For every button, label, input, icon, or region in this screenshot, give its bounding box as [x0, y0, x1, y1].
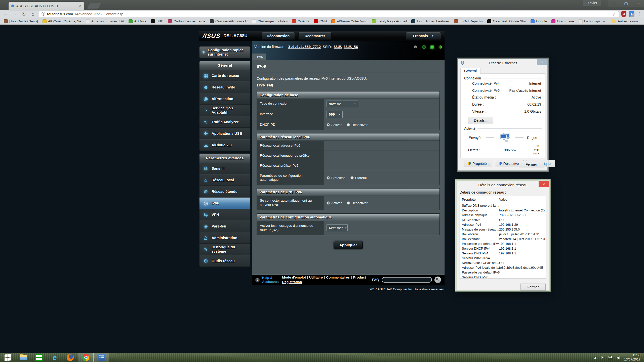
- faq-link[interactable]: IPv6 FAQ: [257, 83, 273, 87]
- bookmark-find-hidden-features[interactable]: Find Hidden Features: [410, 19, 451, 24]
- bookmarks-overflow-icon[interactable]: »: [600, 19, 608, 23]
- bookmark-casques-vr-com-l[interactable]: Casques-VR.com - L': [208, 19, 249, 24]
- forward-icon[interactable]: →: [12, 11, 18, 17]
- language-select[interactable]: Français ▼: [406, 32, 441, 40]
- dhcp-pd-enable-radio[interactable]: [327, 123, 330, 126]
- details-listbox[interactable]: Propriété Valeur Suffixe DNS propre à la…: [460, 196, 546, 279]
- ssid-5g-link[interactable]: ASUS_5G: [344, 45, 358, 49]
- quick-setup-button[interactable]: ✶ Configuration rapide sur Internet: [199, 46, 250, 58]
- sidebar-item-sans-fil[interactable]: ⋒Sans fil: [199, 163, 250, 174]
- footer-link-commentaires[interactable]: Commentaires: [326, 276, 350, 279]
- taskbar-file-explorer[interactable]: [16, 353, 31, 362]
- faq-search-input[interactable]: [382, 277, 432, 283]
- footer-link-mode-d-emploi[interactable]: Mode d'emploi: [282, 276, 306, 279]
- reload-icon[interactable]: ↻: [21, 11, 27, 17]
- url-bar[interactable]: ⓘ router.asus.com /Advanced_IPv6_Content…: [39, 11, 619, 17]
- firmware-version-link[interactable]: 3.0.0.4.380_7712: [288, 45, 321, 49]
- taskbar-clock[interactable]: 11:53 13/07/2017: [624, 353, 640, 362]
- taskbar-chrome[interactable]: [78, 353, 94, 362]
- help-assistance-label[interactable]: Help & Assistance: [262, 276, 280, 284]
- tab-general[interactable]: Général: [460, 68, 480, 74]
- taskbar-network-connections[interactable]: [94, 353, 109, 362]
- bookmark-cine-32[interactable]: Ciné 32: [290, 19, 311, 24]
- bookmark-asrock[interactable]: ASRock: [127, 19, 148, 24]
- window-minimize-button[interactable]: –: [608, 0, 620, 7]
- properties-button[interactable]: Propriétés: [464, 160, 492, 167]
- sidebar-item-service-qos-adaptatif[interactable]: ◔Service QoS Adaptatif: [199, 105, 250, 116]
- footer-link-utilitaire[interactable]: Utilitaire: [309, 276, 323, 279]
- autoconfig-stateful-radio[interactable]: [350, 176, 354, 179]
- close-button[interactable]: Fermer: [520, 284, 546, 291]
- tab-close-icon[interactable]: ×: [79, 4, 82, 8]
- clients-icon[interactable]: ▣: [430, 44, 435, 50]
- bookmark-la-boutique-jeannet[interactable]: La boutique Jeannet: [577, 19, 600, 24]
- network-tray-icon[interactable]: [608, 356, 613, 359]
- details-button[interactable]: Détails...: [468, 117, 493, 124]
- sidebar-item-historique-du-systeme[interactable]: ✎Historique du système: [199, 244, 250, 255]
- translate-extension-icon[interactable]: A: [629, 11, 634, 17]
- browser-tab[interactable]: ✱ ASUS DSL-AC68U Dual-B ×: [9, 2, 84, 10]
- sidebar-item-administration[interactable]: ♙Administration: [199, 232, 250, 244]
- bookmark-star-icon[interactable]: ☆: [613, 12, 616, 17]
- search-icon[interactable]: [434, 277, 441, 283]
- new-tab-button[interactable]: [87, 3, 101, 9]
- page-info-icon[interactable]: ⓘ: [42, 12, 45, 16]
- sidebar-item-carte-du-reseau[interactable]: ▦Carte du réseau: [199, 70, 250, 81]
- home-icon[interactable]: ⌂: [30, 11, 36, 17]
- volume-icon[interactable]: ◀): [617, 356, 620, 359]
- bookmark-cnn[interactable]: CNN: [312, 19, 329, 24]
- taskbar-windows-store[interactable]: [31, 353, 47, 362]
- ublock-extension-icon[interactable]: uO: [621, 11, 626, 17]
- browser-menu-icon[interactable]: ⋮: [637, 11, 641, 17]
- sidebar-item-traffic-analyzer[interactable]: ∿Traffic Analyzer: [199, 116, 250, 128]
- ipv6-page-tab[interactable]: IPv6: [252, 54, 266, 60]
- bookmark-gearbest-online-sho[interactable]: GearBest: Online Sho: [486, 19, 528, 24]
- sidebar-item-reseau-local[interactable]: ⌂Réseau local: [199, 174, 250, 186]
- apply-button[interactable]: Appliquer: [334, 241, 363, 249]
- back-icon[interactable]: ←: [3, 11, 9, 17]
- profile-name[interactable]: Xavier: [583, 0, 601, 6]
- sidebar-item-vpn[interactable]: ⇆VPN: [199, 209, 250, 220]
- sidebar-item-aiprotection[interactable]: ◉AiProtection: [199, 93, 250, 105]
- bookmark-tool-guide-news[interactable]: [Tool Guide+News]: [2, 19, 40, 24]
- hidden-icons-button[interactable]: ▲: [594, 356, 597, 359]
- logout-button[interactable]: Déconnexion: [262, 32, 295, 40]
- bookmark-grammaire[interactable]: Grammaire: [550, 19, 576, 24]
- sidebar-item-reseau-etendu[interactable]: ⊕Réseau étendu: [199, 186, 250, 197]
- bookmark-amazon-fr-livres-dv[interactable]: Amazon.fr : livres, DV: [84, 19, 126, 24]
- bookmark-google[interactable]: Google: [529, 19, 549, 24]
- autoconfig-stateless-radio[interactable]: [327, 176, 330, 179]
- usb-icon[interactable]: ψ: [438, 44, 442, 50]
- bookmark-extreme-outer-visio[interactable]: eXtreme Outer Visio: [330, 19, 369, 24]
- bookmark-challenges-mobile[interactable]: Challenges mobile -: [250, 19, 289, 24]
- ssid-link[interactable]: ASUS: [334, 45, 342, 49]
- bookmark-bbc[interactable]: BBC: [149, 19, 165, 24]
- sidebar-item-outils-reseau[interactable]: ⚙Outils réseau: [199, 255, 250, 267]
- other-bookmarks-button[interactable]: Autres favoris: [608, 19, 642, 23]
- sidebar-item-ipv6[interactable]: ◎IPv6: [199, 197, 250, 209]
- window-maximize-button[interactable]: ▢: [620, 0, 632, 7]
- close-icon[interactable]: ×: [537, 59, 547, 65]
- bookmark-allocine-cinema-se[interactable]: AlloCiné : Cinéma, Sé: [41, 19, 83, 24]
- connection-type-select[interactable]: Native ▼: [327, 101, 358, 107]
- taskbar-firefox[interactable]: [62, 353, 78, 362]
- close-icon[interactable]: ×: [539, 181, 549, 187]
- interface-select[interactable]: PPP ▼: [327, 111, 343, 118]
- window-close-button[interactable]: ×: [632, 0, 644, 7]
- bookmark-fitgirl-repacks[interactable]: FitGirl Repacks: [452, 19, 485, 24]
- bookmark-facily-pay-accueil[interactable]: Facily Pay - Accueil: [370, 19, 409, 24]
- router-advertisement-select[interactable]: Activer ▼: [327, 224, 348, 231]
- sidebar-item-aicloud-2-0[interactable]: ☁AiCloud 2.0: [199, 139, 250, 151]
- action-center-flag-icon[interactable]: ⚑: [601, 356, 604, 359]
- dialog-title-bar[interactable]: Détails de connexion réseau ×: [457, 181, 549, 189]
- parental-controls-icon[interactable]: ☻: [413, 44, 418, 50]
- dhcp-pd-disable-radio[interactable]: [347, 123, 350, 126]
- taskbar-internet-explorer[interactable]: e: [47, 353, 62, 362]
- sidebar-item-pare-feu[interactable]: ◈Pare-feu: [199, 220, 250, 232]
- dialog-title-bar[interactable]: État de Ethernet ×: [458, 59, 547, 67]
- start-button[interactable]: [0, 353, 16, 362]
- dns-auto-disable-radio[interactable]: [347, 201, 350, 205]
- sidebar-item-reseau-invite[interactable]: ☻Réseau invité: [199, 81, 250, 93]
- internet-status-icon[interactable]: ⊕: [422, 44, 426, 50]
- bookmark-cartouches-recharge[interactable]: Cartouches recharge: [166, 19, 207, 24]
